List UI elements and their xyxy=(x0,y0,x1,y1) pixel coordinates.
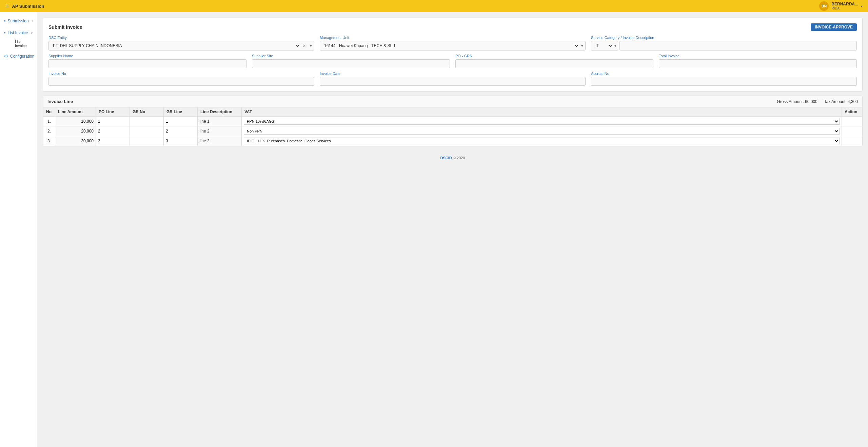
hamburger-menu-icon[interactable]: ≡ xyxy=(5,3,8,9)
service-category-row: IT ▾ INV/2024/03/14 xyxy=(591,41,857,50)
row-po-line-3[interactable] xyxy=(96,136,130,146)
col-po-line: PO Line xyxy=(96,107,130,117)
row-vat-3[interactable]: PPN 10%(6AGS)Non PPNIDIOI_11%_Purchases_… xyxy=(242,136,842,146)
po-grn-input[interactable] xyxy=(455,59,653,68)
form-row-1: DSC Entity PT. DHL SUPPLY CHAIN INDONESI… xyxy=(48,36,857,50)
invoice-no-input[interactable]: INV/2024/03/14 xyxy=(48,77,314,86)
row-line-amount-1[interactable] xyxy=(55,117,96,126)
row-gr-no-3[interactable] xyxy=(130,136,164,146)
row-vat-2[interactable]: PPN 10%(6AGS)Non PPNIDIOI_11%_Purchases_… xyxy=(242,126,842,136)
amounts-display: Gross Amount: 60,000 Tax Amount: 4,300 xyxy=(777,99,858,104)
invoice-line-table: No Line Amount PO Line GR No GR Line Lin… xyxy=(43,107,862,146)
sidebar-item-list-invoice[interactable]: ▪ List Invoice ∨ List Invoice xyxy=(0,27,37,50)
table-header-row: No Line Amount PO Line GR No GR Line Lin… xyxy=(43,107,862,117)
row-vat-1[interactable]: PPN 10%(6AGS)Non PPNIDIOI_11%_Purchases_… xyxy=(242,117,842,126)
sidebar-item-list-invoice-label: List Invoice xyxy=(8,31,28,35)
invoice-description-input[interactable]: INV/2024/03/14 xyxy=(619,41,857,50)
col-gr-no: GR No xyxy=(130,107,164,117)
table-row: 1. line 1 PPN 10%(6AGS)Non PPNIDIOI_11%_… xyxy=(43,117,862,126)
supplier-site-label: Supplier Site xyxy=(252,54,450,58)
po-line-input-1[interactable] xyxy=(98,119,127,124)
gr-line-input-3[interactable] xyxy=(166,139,195,143)
row-line-desc-2: line 2 xyxy=(198,126,242,136)
configuration-chevron-icon: › xyxy=(34,54,35,58)
footer-text: © 2020 xyxy=(453,156,465,160)
sidebar: ▪ Submission › ▪ List Invoice ∨ List Inv… xyxy=(0,12,37,447)
accrual-no-input[interactable] xyxy=(591,77,857,86)
invoice-no-group: Invoice No INV/2024/03/14 xyxy=(48,72,314,86)
row-action-3[interactable] xyxy=(842,136,862,146)
vat-select-2[interactable]: PPN 10%(6AGS)Non PPNIDIOI_11%_Purchases_… xyxy=(244,128,840,135)
col-line-amount: Line Amount xyxy=(55,107,96,117)
gr-no-input-1[interactable] xyxy=(132,119,161,124)
po-grn-group: PO - GRN xyxy=(455,54,653,68)
row-po-line-1[interactable] xyxy=(96,117,130,126)
col-no: No xyxy=(43,107,55,117)
management-unit-select[interactable]: 16144 - Huawei Kupang - TECH & SL 1 xyxy=(320,41,579,50)
line-amount-input-1[interactable] xyxy=(57,119,94,124)
list-invoice-icon: ▪ xyxy=(4,30,6,35)
sidebar-item-submission-label: Submission xyxy=(8,19,29,23)
dsc-entity-group: DSC Entity PT. DHL SUPPLY CHAIN INDONESI… xyxy=(48,36,314,50)
management-unit-dropdown-icon[interactable]: ▾ xyxy=(579,44,585,48)
table-row: 2. line 2 PPN 10%(6AGS)Non PPNIDIOI_11%_… xyxy=(43,126,862,136)
dsc-entity-clear-icon[interactable]: ✕ xyxy=(300,43,308,48)
row-gr-line-2[interactable] xyxy=(164,126,198,136)
user-chevron-icon: ▾ xyxy=(861,4,863,8)
submission-chevron-icon: › xyxy=(32,19,33,23)
service-category-select[interactable]: IT xyxy=(591,41,613,50)
supplier-name-input[interactable]: CROWN EQUIPMENT SINGAPORE PTE LTD xyxy=(48,59,246,68)
service-category-label: Service Category / Invoice Description xyxy=(591,36,857,40)
card-title: Submit Invoice xyxy=(48,24,82,30)
row-action-2[interactable] xyxy=(842,126,862,136)
dsc-entity-select[interactable]: PT. DHL SUPPLY CHAIN INDONESIA xyxy=(49,41,300,50)
sidebar-sub-item-list-invoice[interactable]: List Invoice xyxy=(11,37,33,50)
line-amount-input-2[interactable] xyxy=(57,129,94,134)
row-gr-no-2[interactable] xyxy=(130,126,164,136)
sidebar-item-configuration[interactable]: ⚙ Configuration › xyxy=(0,50,37,62)
accrual-no-label: Accrual No xyxy=(591,72,857,76)
sidebar-item-submission[interactable]: ▪ Submission › xyxy=(0,15,37,27)
management-unit-group: Management Unit 16144 - Huawei Kupang - … xyxy=(320,36,586,50)
tax-amount-value: 4,300 xyxy=(848,99,858,104)
row-po-line-2[interactable] xyxy=(96,126,130,136)
table-row: 3. line 3 PPN 10%(6AGS)Non PPNIDIOI_11%_… xyxy=(43,136,862,146)
row-line-desc-3: line 3 xyxy=(198,136,242,146)
gr-line-input-2[interactable] xyxy=(166,129,195,134)
invoice-line-title: Invoice Line xyxy=(47,99,73,104)
service-category-select-wrapper[interactable]: IT ▾ xyxy=(591,41,618,50)
row-no-1: 1. xyxy=(43,117,55,126)
po-line-input-3[interactable] xyxy=(98,139,127,143)
total-invoice-input[interactable]: 64,300 xyxy=(659,59,857,68)
row-line-amount-3[interactable] xyxy=(55,136,96,146)
gross-amount-label: Gross Amount: xyxy=(777,99,804,104)
po-line-input-2[interactable] xyxy=(98,129,127,134)
vat-select-1[interactable]: PPN 10%(6AGS)Non PPNIDIOI_11%_Purchases_… xyxy=(244,118,840,125)
row-gr-line-3[interactable] xyxy=(164,136,198,146)
vat-select-3[interactable]: PPN 10%(6AGS)Non PPNIDIOI_11%_Purchases_… xyxy=(244,138,840,144)
footer-brand: DSCID xyxy=(440,156,452,160)
user-subtitle: RIDA xyxy=(831,6,858,11)
gr-line-input-1[interactable] xyxy=(166,119,195,124)
row-gr-line-1[interactable] xyxy=(164,117,198,126)
gr-no-input-2[interactable] xyxy=(132,129,161,134)
top-navigation: ≡ AP Submission BN BERNARDA... RIDA ▾ xyxy=(0,0,868,12)
management-unit-select-wrapper[interactable]: 16144 - Huawei Kupang - TECH & SL 1 ▾ xyxy=(320,41,586,50)
list-invoice-chevron-icon: ∨ xyxy=(31,31,33,35)
dsc-entity-select-wrapper[interactable]: PT. DHL SUPPLY CHAIN INDONESIA ✕ ▾ xyxy=(48,41,314,50)
line-amount-input-3[interactable] xyxy=(57,139,94,143)
total-invoice-group: Total Invoice 64,300 xyxy=(659,54,857,68)
user-menu[interactable]: BN BERNARDA... RIDA ▾ xyxy=(819,1,863,11)
row-action-1[interactable] xyxy=(842,117,862,126)
dsc-entity-dropdown-icon[interactable]: ▾ xyxy=(308,44,314,48)
configuration-icon: ⚙ xyxy=(4,54,8,59)
gr-no-input-3[interactable] xyxy=(132,139,161,143)
service-category-dropdown-icon[interactable]: ▾ xyxy=(613,44,618,48)
invoice-line-header: Invoice Line Gross Amount: 60,000 Tax Am… xyxy=(43,96,862,107)
row-gr-no-1[interactable] xyxy=(130,117,164,126)
invoice-date-input[interactable]: 14/03/2024 xyxy=(320,77,586,86)
supplier-site-input[interactable]: ID NON LEAP xyxy=(252,59,450,68)
row-line-amount-2[interactable] xyxy=(55,126,96,136)
invoice-date-label: Invoice Date xyxy=(320,72,586,76)
sidebar-item-configuration-label: Configuration xyxy=(10,54,34,59)
